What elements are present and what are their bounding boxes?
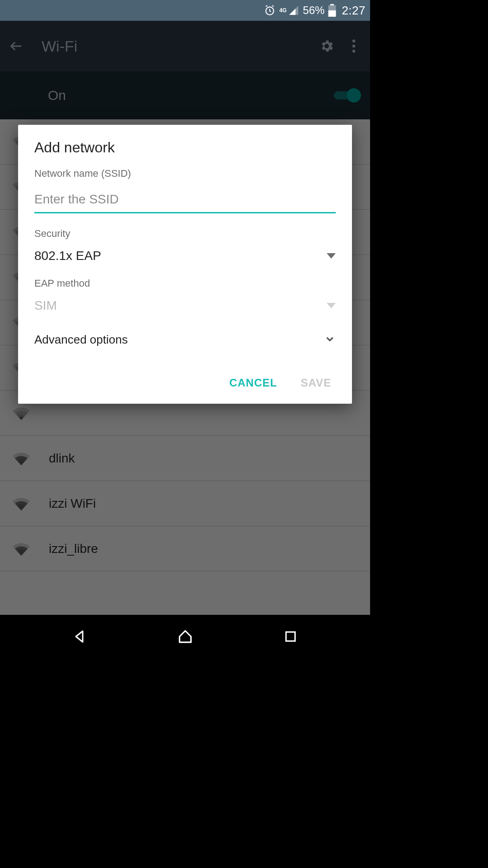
svg-rect-1 (330, 4, 334, 5)
save-button[interactable]: SAVE (298, 372, 334, 394)
network-4g-icon: 4G (279, 8, 286, 13)
cell-signal-icon (288, 5, 299, 16)
status-bar: 4G 56% 2:27 (0, 0, 370, 21)
dialog-actions: CANCEL SAVE (34, 372, 336, 394)
security-label: Security (34, 228, 336, 240)
alarm-icon (264, 5, 276, 16)
nav-home-button[interactable] (172, 623, 199, 650)
advanced-options-toggle[interactable]: Advanced options (34, 333, 336, 347)
eap-method-select[interactable]: SIM (34, 298, 336, 313)
security-value: 802.1x EAP (34, 249, 101, 263)
chevron-down-icon (324, 333, 336, 347)
svg-rect-9 (286, 632, 295, 641)
ssid-input[interactable] (34, 189, 336, 213)
status-clock: 2:27 (342, 4, 366, 18)
security-select[interactable]: 802.1x EAP (34, 249, 336, 263)
dropdown-icon (327, 253, 336, 259)
battery-icon (328, 4, 336, 17)
advanced-options-label: Advanced options (34, 333, 128, 347)
add-network-dialog: Add network Network name (SSID) Security… (18, 125, 352, 404)
svg-rect-3 (328, 10, 336, 17)
navigation-bar (0, 615, 370, 658)
dialog-title: Add network (34, 139, 336, 156)
nav-recents-button[interactable] (277, 623, 304, 650)
cancel-button[interactable]: CANCEL (226, 372, 280, 394)
dropdown-icon (327, 303, 336, 308)
battery-percent: 56% (303, 4, 324, 17)
ssid-label: Network name (SSID) (34, 168, 336, 179)
eap-method-value: SIM (34, 298, 57, 313)
eap-method-label: EAP method (34, 278, 336, 289)
nav-back-button[interactable] (66, 623, 94, 650)
